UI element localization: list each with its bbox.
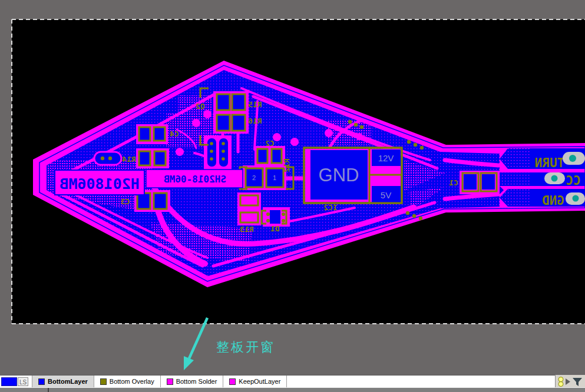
tab-bottom-solder[interactable]: Bottom Solder <box>161 376 224 387</box>
layer-tab-bar: LS BottomLayer Bottom Overlay Bottom Sol… <box>0 375 585 387</box>
mask-level-icon[interactable] <box>558 377 563 386</box>
svg-text:R14: R14 <box>122 155 136 164</box>
play-icon[interactable] <box>566 378 570 385</box>
tab-bottom-overlay[interactable]: Bottom Overlay <box>94 376 161 387</box>
gnd-net-label: GND <box>319 165 359 185</box>
svg-text:R15: R15 <box>248 100 262 109</box>
tab-label: BottomLayer <box>48 378 88 385</box>
connector-label-gnd: GND <box>542 194 564 208</box>
pcb-workspace[interactable]: TURN CC GND <box>0 0 585 375</box>
layer-tabs: BottomLayer Bottom Overlay Bottom Solder… <box>32 376 287 387</box>
board-name-text: H201806MB <box>60 175 139 192</box>
active-layer-swatch[interactable] <box>1 377 17 386</box>
svg-text:C3: C3 <box>121 197 130 206</box>
filter-icon[interactable] <box>573 378 582 386</box>
svg-text:R13: R13 <box>240 225 253 234</box>
tab-label: Bottom Solder <box>176 378 217 385</box>
status-icon-panel <box>555 375 585 387</box>
bottom-solder-color-icon <box>167 378 173 384</box>
svg-text:IC2: IC2 <box>323 203 337 212</box>
svg-text:C2: C2 <box>265 139 275 148</box>
tab-label: Bottom Overlay <box>110 378 154 385</box>
connector-label-cc: CC <box>566 174 580 188</box>
bottom-overlay-color-icon <box>100 378 106 384</box>
board-name-block: H201806MB <box>55 170 144 195</box>
svg-text:Q2: Q2 <box>196 102 205 111</box>
svg-text:C4: C4 <box>170 129 179 138</box>
svg-text:R12: R12 <box>282 158 291 172</box>
keepout-layer-color-icon <box>230 378 236 384</box>
tab-bottom-layer[interactable]: BottomLayer <box>32 376 94 387</box>
annotation-text: 整板开窗 <box>216 340 275 354</box>
svg-text:R16: R16 <box>248 117 262 125</box>
v12-net-label: 12V <box>378 153 394 163</box>
svg-text:C1: C1 <box>449 178 458 187</box>
chip-name-block: SH2018-06MB <box>146 170 243 188</box>
connector-label-turn: TURN <box>535 156 565 170</box>
tab-label: KeepOutLayer <box>239 378 280 385</box>
layer-set-button[interactable]: LS <box>18 377 28 386</box>
svg-text:D1: D1 <box>270 224 280 233</box>
horizontal-scroll-strip[interactable] <box>0 387 585 392</box>
scroll-tick <box>48 388 49 392</box>
annotation-arrow <box>184 318 207 370</box>
tab-keepout-layer[interactable]: KeepOutLayer <box>223 376 287 387</box>
ic-pad2-number: 2 <box>252 174 256 181</box>
chip-name-text: SH2018-06MB <box>164 174 226 185</box>
layer-color-swatch <box>1 377 17 386</box>
bottom-layer-color-icon <box>39 378 45 384</box>
v5-net-label: 5V <box>381 190 391 200</box>
ic-pad1-number: 1 <box>273 174 276 181</box>
